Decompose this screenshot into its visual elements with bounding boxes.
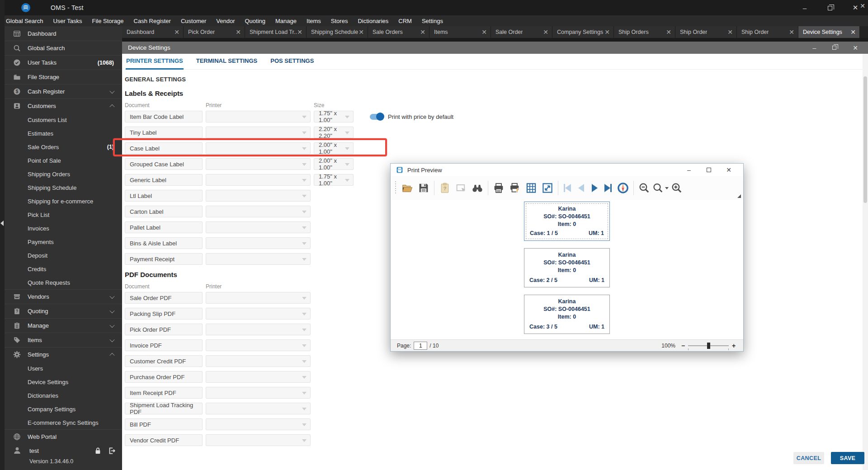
sidebar-item-quoting[interactable]: Quoting (5, 304, 122, 318)
size-select-item-bar-code-label[interactable]: 1.75" x 1.00" (314, 111, 354, 122)
quick-print-icon[interactable] (507, 180, 523, 196)
size-select-generic-label[interactable]: 1.75" x 1.00" (314, 174, 354, 186)
tab-pos-settings[interactable]: POS SETTINGS (270, 54, 314, 70)
menu-item-customer[interactable]: Customer (176, 15, 211, 26)
navigation-icon[interactable] (615, 180, 631, 196)
tab-items-5[interactable]: Items✕ (429, 26, 491, 38)
document-field-purchase-order-pdf[interactable]: Purchase Order PDF (125, 371, 203, 383)
tab-ship-order-10[interactable]: Ship Order✕ (737, 26, 798, 38)
sidebar-item-file-storage[interactable]: File Storage (5, 70, 122, 84)
sidebar-item-items[interactable]: Items (5, 333, 122, 347)
save-button[interactable]: SAVE (831, 452, 864, 464)
panel-restore-button[interactable] (832, 46, 836, 50)
document-field-invoice-pdf[interactable]: Invoice PDF (125, 339, 203, 351)
scale-icon[interactable] (539, 180, 556, 196)
sidebar-item-user-tasks[interactable]: User Tasks(1068) (5, 55, 122, 70)
sidebar-item-settings[interactable]: Settings (5, 347, 122, 362)
tabbar-close-icon[interactable]: ✕ (858, 0, 867, 12)
menu-item-crm[interactable]: CRM (393, 15, 417, 26)
tab-sale-order-6[interactable]: Sale Order✕ (491, 26, 552, 38)
tab-device-settings-11[interactable]: Device Settings✕ (798, 26, 860, 38)
printer-select-pallet-label[interactable] (206, 221, 311, 233)
document-field-sale-order-pdf[interactable]: Sale Order PDF (125, 292, 203, 304)
main-scrollbar[interactable] (863, 54, 868, 470)
preview-maximize-button[interactable] (699, 164, 719, 176)
sidebar-item-manage[interactable]: Manage (5, 318, 122, 333)
window-restore-button[interactable] (817, 0, 843, 15)
printer-select-tiny-label[interactable] (206, 127, 311, 138)
document-field-ltl-label[interactable]: Ltl Label (125, 190, 203, 202)
tab-close-icon[interactable]: ✕ (727, 29, 733, 35)
sidebar-item-sale-orders[interactable]: Sale Orders(1) (5, 140, 122, 154)
tab-close-icon[interactable]: ✕ (789, 29, 794, 35)
menu-item-cash-register[interactable]: Cash Register (129, 15, 176, 26)
document-field-generic-label[interactable]: Generic Label (125, 174, 203, 186)
last-page-icon[interactable] (601, 183, 615, 193)
find-icon[interactable] (469, 180, 486, 196)
zoom-slider[interactable] (688, 342, 729, 349)
toolbar-overflow-icon[interactable] (737, 194, 741, 198)
menu-item-quoting[interactable]: Quoting (240, 15, 270, 26)
document-field-item-receipt-pdf[interactable]: Item Receipt PDF (125, 387, 203, 399)
printer-select-shipment-load-tracking-pdf[interactable] (206, 403, 311, 414)
zoom-in-icon[interactable] (669, 180, 685, 196)
document-field-tiny-label[interactable]: Tiny Label (125, 127, 203, 138)
printer-select-bill-pdf[interactable] (206, 418, 311, 430)
toolbar-grip[interactable] (394, 181, 396, 195)
printer-select-item-bar-code-label[interactable] (206, 111, 311, 122)
sidebar-item-vendors[interactable]: Vendors (5, 289, 122, 304)
tab-close-icon[interactable]: ✕ (420, 29, 425, 35)
menu-item-manage[interactable]: Manage (270, 15, 302, 26)
menu-item-vendor[interactable]: Vendor (211, 15, 240, 26)
size-select-tiny-label[interactable]: 2.20" x 2.20" (314, 127, 354, 138)
tab-ship-order-9[interactable]: Ship Order✕ (675, 26, 737, 38)
document-field-pick-order-pdf[interactable]: Pick Order PDF (125, 324, 203, 335)
sidebar-item-pick-list[interactable]: Pick List (5, 208, 122, 221)
tab-company-settings-7[interactable]: Company Settings✕ (552, 26, 614, 38)
print-with-price-toggle[interactable] (370, 114, 383, 120)
tab-shipping-schedule-3[interactable]: Shipping Schedule✕ (307, 26, 368, 38)
zoom-slider-thumb[interactable] (707, 343, 710, 349)
printer-select-generic-label[interactable] (206, 174, 311, 186)
tab-close-icon[interactable]: ✕ (481, 29, 487, 35)
tab-shipment-load-tr-2[interactable]: Shipment Load Tr...✕ (245, 26, 307, 38)
preview-label-1[interactable]: KarinaSO#: SO-0046451Item: 0Case: 1 / 5U… (524, 202, 610, 241)
menu-item-items[interactable]: Items (302, 15, 326, 26)
menu-item-dictionaries[interactable]: Dictionaries (353, 15, 393, 26)
printer-select-bins-aisle-label[interactable] (206, 237, 311, 249)
logout-icon[interactable] (108, 447, 116, 455)
zoom-decrease-button[interactable]: − (680, 342, 686, 349)
sidebar-item-customers[interactable]: Customers (5, 99, 122, 113)
cancel-button[interactable]: CANCEL (793, 452, 824, 464)
sidebar-collapse-icon[interactable] (0, 221, 4, 226)
sidebar-item-e-commerce-sync-settings[interactable]: E-commerce Sync Settings (5, 416, 122, 429)
sidebar-item-company-settings[interactable]: Company Settings (5, 402, 122, 416)
printer-select-invoice-pdf[interactable] (206, 339, 311, 351)
document-field-vendor-credit-pdf[interactable]: Vendor Credit PDF (125, 434, 203, 446)
printer-select-customer-credit-pdf[interactable] (206, 355, 311, 367)
printer-select-payment-receipt[interactable] (206, 253, 311, 265)
sidebar-item-invoices[interactable]: Invoices (5, 221, 122, 235)
tab-close-icon[interactable]: ✕ (236, 29, 241, 35)
sidebar-item-device-settings[interactable]: Device Settings (5, 375, 122, 389)
panel-close-button[interactable]: ✕ (853, 45, 858, 51)
tab-dashboard-0[interactable]: Dashboard✕ (122, 26, 184, 38)
sidebar-item-global-search[interactable]: Global Search (5, 41, 122, 55)
printer-select-packing-slip-pdf[interactable] (206, 308, 311, 320)
printer-select-grouped-case-label[interactable] (206, 158, 311, 170)
lock-icon[interactable] (94, 447, 102, 455)
next-page-icon[interactable] (588, 183, 601, 193)
document-field-shipment-load-tracking-pdf[interactable]: Shipment Load Tracking PDF (125, 403, 203, 414)
document-field-customer-credit-pdf[interactable]: Customer Credit PDF (125, 355, 203, 367)
tab-sale-orders-4[interactable]: Sale Orders✕ (368, 26, 429, 38)
menu-item-user-tasks[interactable]: User Tasks (48, 15, 87, 26)
tab-close-icon[interactable]: ✕ (666, 29, 671, 35)
tab-close-icon[interactable]: ✕ (604, 29, 610, 35)
sidebar-item-users[interactable]: Users (5, 362, 122, 375)
tab-close-icon[interactable]: ✕ (850, 29, 856, 35)
printer-select-item-receipt-pdf[interactable] (206, 387, 311, 399)
menu-item-file-storage[interactable]: File Storage (87, 15, 128, 26)
document-field-bill-pdf[interactable]: Bill PDF (125, 418, 203, 430)
sidebar-item-shipping-for-e-commerce[interactable]: Shipping for e-commerce (5, 194, 122, 208)
window-minimize-button[interactable]: – (792, 0, 817, 15)
